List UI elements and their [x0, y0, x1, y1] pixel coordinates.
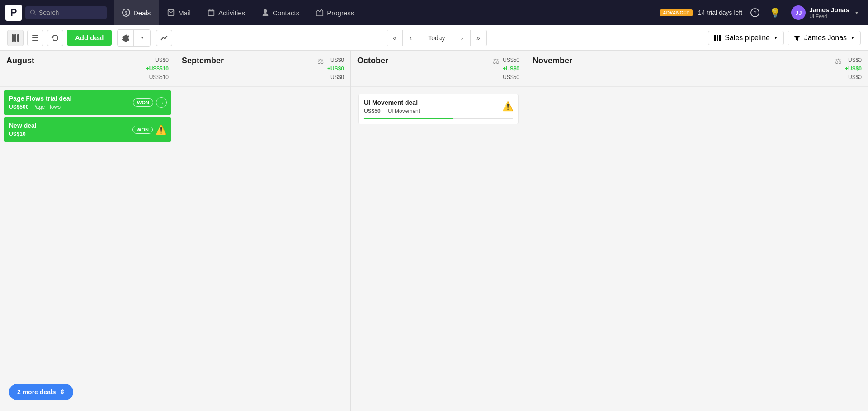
deal-company-page-flows: Page Flows — [32, 104, 61, 110]
stat-top-september: US$0 — [330, 56, 344, 65]
balance-icon-september[interactable]: ⚖ — [317, 57, 324, 65]
won-badge-new-deal: WON — [132, 126, 153, 134]
filter-label: James Jonas — [804, 34, 847, 42]
nav-items: $ Deals Mail Activities Contacts — [114, 0, 660, 25]
month-col-august: August US$0 +US$510 US$510 Page Flows tr… — [0, 51, 175, 411]
month-header-right-november: ⚖ US$0 +US$0 US$0 — [835, 56, 862, 82]
advanced-badge: ADVANCED — [660, 9, 693, 16]
nav-item-contacts[interactable]: Contacts — [253, 0, 307, 25]
nav-label-progress: Progress — [327, 9, 354, 17]
month-stats-september: US$0 +US$0 US$0 — [327, 56, 344, 82]
deal-progress-ui-movement — [364, 118, 513, 119]
date-nav: « ‹ Today › » — [387, 30, 486, 46]
refresh-icon — [51, 34, 59, 42]
avatar: JJ — [791, 5, 806, 20]
month-stats-august: US$0 +US$510 US$510 — [146, 56, 169, 82]
deal-card-new-deal[interactable]: New deal US$10 WON ⚠️ — [4, 117, 171, 142]
won-badge-page-flows: WON — [133, 98, 153, 107]
deal-badges-new-deal: WON ⚠️ — [132, 124, 167, 135]
prev-prev-button[interactable]: « — [387, 30, 403, 46]
month-body-october: UI Movement deal US$50 UI Movement ⚠️ — [351, 87, 526, 411]
svg-rect-10 — [714, 35, 716, 41]
deal-amount-page-flows: US$500 — [9, 104, 28, 110]
pipeline-selector[interactable]: Sales pipeline ▼ — [708, 31, 784, 45]
stat-total-august: US$510 — [149, 73, 169, 82]
nav-label-deals: Deals — [133, 9, 151, 17]
question-icon: ? — [750, 8, 760, 17]
nav-item-progress[interactable]: Progress — [307, 0, 362, 25]
stat-top-october: US$50 — [503, 56, 519, 65]
svg-rect-12 — [719, 35, 721, 41]
nav-item-mail[interactable]: Mail — [159, 0, 199, 25]
svg-rect-11 — [717, 35, 718, 41]
avatar-initials: JJ — [795, 9, 802, 16]
user-sub: UI Feed — [809, 14, 849, 19]
settings-dropdown-button[interactable]: ▼ — [134, 30, 150, 46]
trial-text: 14 trial days left — [698, 9, 742, 16]
settings-group: ▼ — [117, 29, 151, 47]
bulb-button[interactable]: 💡 — [768, 5, 782, 20]
chart-icon — [316, 9, 324, 17]
nav-item-deals[interactable]: $ Deals — [114, 0, 159, 25]
month-stats-november: US$0 +US$0 US$0 — [845, 56, 862, 82]
svg-rect-6 — [17, 34, 19, 42]
kanban-view-button[interactable] — [7, 30, 24, 46]
deal-card-page-flows[interactable]: Page Flows trial deal US$500 Page Flows … — [4, 90, 171, 115]
person-icon — [261, 9, 269, 17]
search-icon — [30, 9, 36, 16]
more-deals-button[interactable]: 2 more deals ⇕ — [9, 384, 73, 400]
toolbar: Add deal ▼ « ‹ Today › » Sales pipeline … — [0, 25, 868, 51]
month-name-november: November — [533, 56, 572, 65]
today-button[interactable]: Today — [419, 30, 454, 46]
filter-icon — [793, 34, 801, 42]
user-menu[interactable]: JJ James Jonas UI Feed ▼ — [788, 4, 863, 22]
next-next-button[interactable]: » — [471, 30, 487, 46]
stat-total-october: US$50 — [503, 73, 519, 82]
deal-card-ui-movement[interactable]: UI Movement deal US$50 UI Movement ⚠️ — [358, 94, 519, 124]
help-button[interactable]: ? — [748, 5, 762, 20]
month-header-october: October ⚖ US$50 +US$0 US$50 — [351, 51, 526, 87]
nav-right: ADVANCED 14 trial days left ? 💡 JJ James… — [660, 4, 863, 22]
stat-total-november: US$0 — [848, 73, 862, 82]
month-header-september: September ⚖ US$0 +US$0 US$0 — [175, 51, 350, 87]
gear-icon — [122, 34, 129, 42]
main-content: August US$0 +US$510 US$510 Page Flows tr… — [0, 51, 868, 411]
refresh-button[interactable] — [47, 30, 63, 46]
next-button[interactable]: › — [454, 30, 471, 46]
month-header-august: August US$0 +US$510 US$510 — [0, 51, 175, 87]
stat-plus-september: +US$0 — [327, 65, 344, 73]
month-body-september — [175, 87, 350, 411]
list-icon — [31, 34, 39, 42]
svg-text:$: $ — [125, 10, 127, 16]
month-body-november — [526, 87, 868, 411]
balance-icon-october[interactable]: ⚖ — [493, 57, 499, 65]
app-logo[interactable]: P — [5, 5, 22, 21]
warning-icon-ui-movement: ⚠️ — [502, 101, 514, 112]
pipeline-chevron-icon: ▼ — [774, 35, 778, 40]
nav-label-mail: Mail — [178, 9, 191, 17]
settings-button[interactable] — [118, 30, 134, 46]
deal-title-ui-movement: UI Movement deal — [364, 99, 513, 106]
chevron-down-icon: ▼ — [854, 10, 859, 15]
timeline-button[interactable] — [156, 30, 172, 46]
svg-rect-7 — [32, 35, 38, 36]
user-info: James Jonas UI Feed — [809, 6, 849, 19]
deal-arrow-page-flows[interactable]: → — [156, 97, 167, 108]
balance-icon-november[interactable]: ⚖ — [835, 57, 841, 65]
nav-item-activities[interactable]: Activities — [199, 0, 253, 25]
svg-rect-8 — [32, 37, 38, 38]
svg-rect-9 — [32, 40, 38, 41]
prev-button[interactable]: ‹ — [403, 30, 419, 46]
pipeline-icon — [714, 34, 721, 42]
kanban-icon — [11, 34, 19, 42]
month-header-right-october: ⚖ US$50 +US$0 US$50 — [493, 56, 519, 82]
filter-button[interactable]: James Jonas ▼ — [788, 31, 861, 45]
search-box[interactable]: Search — [25, 6, 107, 19]
month-col-october: October ⚖ US$50 +US$0 US$50 UI Movement … — [351, 51, 526, 411]
deal-badges-page-flows: WON → — [133, 97, 167, 108]
stat-total-september: US$0 — [330, 73, 344, 82]
pipeline-label: Sales pipeline — [725, 34, 770, 42]
add-deal-button[interactable]: Add deal — [67, 30, 112, 46]
search-placeholder: Search — [39, 9, 59, 16]
list-view-button[interactable] — [27, 30, 43, 46]
